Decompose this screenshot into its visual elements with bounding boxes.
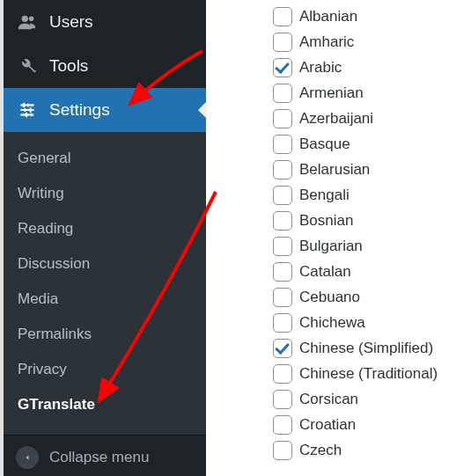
- language-row: Cebuano: [273, 288, 449, 307]
- language-row: Belarusian: [273, 160, 449, 179]
- menu-label: Users: [49, 12, 93, 32]
- svg-point-1: [29, 17, 34, 21]
- language-checkbox[interactable]: [273, 237, 292, 256]
- language-checkbox[interactable]: [273, 441, 292, 460]
- language-label[interactable]: Corsican: [299, 391, 358, 408]
- submenu-item-discussion[interactable]: Discussion: [4, 246, 206, 282]
- language-row: Chichewa: [273, 313, 449, 333]
- language-row: Chinese (Traditional): [273, 364, 449, 384]
- language-row: Bulgarian: [273, 237, 449, 256]
- sidebar-item-settings[interactable]: Settings: [4, 88, 206, 132]
- language-row: Bosnian: [273, 211, 449, 231]
- language-label[interactable]: Croatian: [299, 416, 356, 434]
- language-checkbox[interactable]: [273, 7, 292, 26]
- language-row: Bengali: [273, 186, 449, 205]
- submenu-item-media[interactable]: Media: [4, 282, 206, 317]
- submenu-item-writing[interactable]: Writing: [4, 176, 206, 211]
- language-label[interactable]: Catalan: [299, 263, 351, 281]
- submenu-item-privacy[interactable]: Privacy: [4, 352, 206, 387]
- language-label[interactable]: Armenian: [299, 84, 364, 102]
- settings-submenu: General Writing Reading Discussion Media…: [4, 132, 206, 435]
- language-row: Amharic: [273, 33, 449, 52]
- sidebar-item-users[interactable]: Users: [4, 0, 206, 44]
- language-checkbox[interactable]: [273, 364, 292, 384]
- language-checkbox[interactable]: [273, 211, 292, 231]
- submenu-item-permalinks[interactable]: Permalinks: [4, 317, 206, 352]
- language-checkbox[interactable]: [273, 313, 292, 333]
- svg-rect-5: [23, 103, 25, 108]
- language-checkbox[interactable]: [273, 58, 292, 77]
- language-label[interactable]: Czech: [299, 442, 342, 459]
- language-label[interactable]: Bosnian: [299, 212, 353, 230]
- collapse-label: Collapse menu: [49, 449, 149, 466]
- svg-rect-7: [26, 113, 27, 118]
- menu-label: Settings: [49, 100, 110, 120]
- language-label[interactable]: Cebuano: [299, 289, 360, 306]
- language-checkbox[interactable]: [273, 135, 292, 154]
- language-label[interactable]: Basque: [299, 135, 350, 153]
- collapse-menu-button[interactable]: Collapse menu: [4, 435, 206, 476]
- language-checkbox[interactable]: [273, 262, 292, 282]
- language-row: Arabic: [273, 58, 449, 77]
- admin-sidebar: Users Tools Settings General Writing Rea…: [4, 0, 206, 476]
- language-label[interactable]: Albanian: [299, 8, 357, 26]
- collapse-icon: [16, 446, 39, 469]
- language-row: Corsican: [273, 390, 449, 409]
- language-row: Czech: [273, 441, 449, 460]
- language-checkbox[interactable]: [273, 390, 292, 409]
- users-icon: [16, 11, 39, 33]
- language-checkbox[interactable]: [273, 160, 292, 179]
- language-row: Azerbaijani: [273, 109, 449, 128]
- language-checkbox[interactable]: [273, 186, 292, 205]
- language-checkbox[interactable]: [273, 109, 292, 128]
- svg-rect-2: [21, 105, 34, 106]
- language-checkbox[interactable]: [273, 415, 292, 435]
- submenu-item-gtranslate[interactable]: GTranslate: [4, 387, 206, 422]
- language-row: Armenian: [273, 84, 449, 103]
- language-label[interactable]: Chinese (Traditional): [299, 365, 438, 383]
- language-row: Croatian: [273, 415, 449, 435]
- language-checkbox[interactable]: [273, 33, 292, 52]
- language-label[interactable]: Chinese (Simplified): [299, 340, 433, 357]
- language-label[interactable]: Bulgarian: [299, 238, 363, 255]
- language-checkbox[interactable]: [273, 288, 292, 307]
- language-label[interactable]: Amharic: [299, 33, 354, 51]
- language-label[interactable]: Belarusian: [299, 161, 370, 179]
- language-checkbox-list: AlbanianAmharicArabicArmenianAzerbaijani…: [206, 0, 449, 476]
- language-label[interactable]: Azerbaijani: [299, 110, 373, 128]
- language-label[interactable]: Chichewa: [299, 314, 365, 332]
- menu-label: Tools: [49, 56, 88, 76]
- language-label[interactable]: Arabic: [299, 59, 342, 77]
- sidebar-item-tools[interactable]: Tools: [4, 44, 206, 88]
- language-label[interactable]: Bengali: [299, 187, 350, 204]
- language-row: Basque: [273, 135, 449, 154]
- language-row: Chinese (Simplified): [273, 339, 449, 358]
- language-row: Albanian: [273, 7, 449, 26]
- language-row: Catalan: [273, 262, 449, 282]
- language-checkbox[interactable]: [273, 84, 292, 103]
- svg-rect-6: [30, 107, 32, 113]
- tools-icon: [16, 55, 39, 77]
- submenu-item-reading[interactable]: Reading: [4, 211, 206, 246]
- svg-point-0: [22, 16, 28, 22]
- settings-icon: [16, 99, 39, 121]
- svg-rect-3: [21, 109, 34, 111]
- language-checkbox[interactable]: [273, 339, 292, 358]
- submenu-item-general[interactable]: General: [4, 141, 206, 176]
